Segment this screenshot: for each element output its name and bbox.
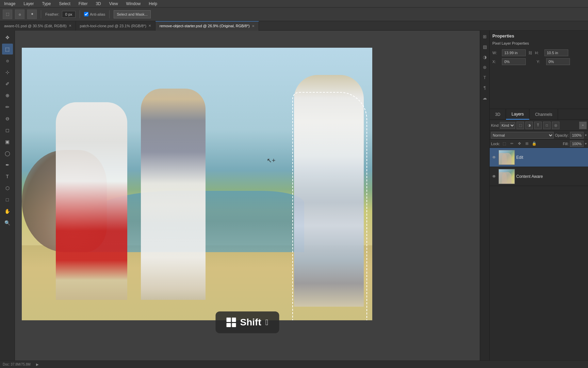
tool-lasso[interactable]: ⌾ [2,55,13,66]
tab-1[interactable]: aware-01.psd @ 30.5% (Edit, RGB/8) ✕ [0,21,76,31]
layer-thumb-person2-ca [502,172,511,184]
layer-add-btn[interactable]: + [579,122,587,129]
layer-text-btn[interactable]: T [534,122,542,129]
layer-item-edit[interactable]: 👁 Edit [490,148,588,167]
tab-layers[interactable]: Layers [506,109,529,120]
layer-shape-btn[interactable]: □ [543,122,551,129]
layers-toolbar: Kind Kind ⬚ ◑ T □ ◎ + [490,120,588,131]
menu-select[interactable]: Select [58,1,71,7]
tool-shape[interactable]: □ [2,194,13,205]
tab-1-close[interactable]: ✕ [69,24,71,28]
layer-eye-edit[interactable]: 👁 [491,154,497,160]
x-label: X: [492,60,499,64]
tool-healing[interactable]: ⊕ [2,90,13,101]
toolbar-sep1 [41,10,41,18]
expand-btn[interactable]: ▶ [36,363,39,366]
shift-key-label: Shift [240,317,261,328]
panel-icon-histogram[interactable]: ▨ [480,42,489,51]
panel-icon-type[interactable]: T [480,73,489,82]
layer-pixel-btn[interactable]: ⬚ [517,122,524,129]
fill-label: Fill: [563,142,569,146]
lock-transparent-btn[interactable]: ⬚ [501,141,507,147]
y-value[interactable]: 0% [546,58,570,65]
properties-subtitle: Pixel Layer Properties [492,41,585,45]
layer-thumb-person2-edit [502,153,511,165]
tool-pen[interactable]: ✒ [2,159,13,170]
tool-text[interactable]: T [2,171,13,182]
tool-zoom[interactable]: 🔍 [2,217,13,228]
menu-help[interactable]: Help [147,1,159,7]
menu-layer[interactable]: Layer [22,1,35,7]
tool-crop[interactable]: ⊹ [2,67,13,78]
menu-3d[interactable]: 3D [94,1,102,7]
tool-selection[interactable]: ⬚ [2,44,13,55]
tool-move[interactable]: ✥ [2,32,13,43]
select-mask-button[interactable]: Select and Mask... [114,10,151,18]
tool-select-magic[interactable]: ✦ [27,10,37,19]
height-value[interactable]: 10.5 in [544,49,568,56]
tab-3d[interactable]: 3D [490,109,506,120]
layer-eye-content-aware[interactable]: 👁 [491,173,497,180]
tab-3-close[interactable]: ✕ [252,24,255,28]
properties-panel: Properties Pixel Layer Properties W: 13.… [490,31,588,109]
menu-filter[interactable]: Filter [77,1,89,7]
fill-value[interactable]: 100% [570,141,584,147]
feather-label: Feather: [45,12,59,16]
tool-gradient[interactable]: ▣ [2,136,13,147]
tab-2[interactable]: patch-tool-clone.psd @ 23.1% (RGB/8*) ✕ [76,21,156,31]
anti-alias-checkbox[interactable] [84,12,88,16]
opacity-dropdown-btn[interactable]: ▾ [585,133,587,137]
panel-icon-paragraph[interactable]: ¶ [480,83,489,92]
layer-thumb-edit [499,150,515,165]
lock-label: Lock: [491,142,500,146]
link-icon[interactable]: ⛓ [528,51,532,55]
left-tools: ✥ ⬚ ⌾ ⊹ ✐ ⊕ ✏ ⊖ ◻ ▣ ◯ ✒ T ⬡ □ ✋ 🔍 [0,31,15,361]
anti-alias-label[interactable]: Anti-alias [84,12,105,16]
tool-select-lasso[interactable]: ⌾ [15,10,24,19]
panel-icon-adjustments[interactable]: ◑ [480,52,489,61]
fill-dropdown-btn[interactable]: ▾ [585,142,587,145]
height-label: H: [535,51,542,55]
width-label: W: [492,51,499,55]
opacity-value[interactable]: 100% [570,132,584,139]
tool-eraser[interactable]: ◻ [2,125,13,136]
lock-pixels-btn[interactable]: ✏ [509,141,515,147]
tool-clone[interactable]: ⊖ [2,113,13,124]
tool-select-rect[interactable]: ⬚ [3,10,12,19]
lock-all-btn[interactable]: 🔒 [531,141,537,147]
main-area: ✥ ⬚ ⌾ ⊹ ✐ ⊕ ✏ ⊖ ◻ ▣ ◯ ✒ T ⬡ □ ✋ 🔍 [0,31,588,361]
menu-view[interactable]: View [108,1,119,7]
tab-channels[interactable]: Channels [529,109,558,120]
layer-adjustment-btn[interactable]: ◑ [525,122,533,129]
menu-type[interactable]: Type [40,1,52,7]
panel-icon-styles[interactable]: ⊛ [480,63,489,72]
blend-mode-dropdown[interactable]: Normal [491,132,554,139]
tool-eyedropper[interactable]: ✐ [2,78,13,89]
panel-icon-properties[interactable]: ⊞ [480,32,489,41]
width-value[interactable]: 13.99 in [502,49,526,56]
toolbar: ⬚ ⌾ ✦ Feather: Anti-alias Select and Mas… [0,7,588,21]
tab-2-close[interactable]: ✕ [148,24,151,28]
prop-row-xy: X: 0% Y: 0% [492,58,585,65]
tool-hand[interactable]: ✋ [2,206,13,217]
feather-input[interactable] [62,11,76,18]
layer-name-content-aware: Content Aware [516,174,587,179]
lock-position-btn[interactable]: ✥ [516,141,522,147]
tool-dodge[interactable]: ◯ [2,148,13,159]
tool-brush[interactable]: ✏ [2,102,13,112]
x-value[interactable]: 0% [502,58,526,65]
kind-dropdown[interactable]: Kind [500,122,515,129]
tool-path[interactable]: ⬡ [2,183,13,194]
lock-artboard-btn[interactable]: ⊞ [524,141,530,147]
tab-3[interactable]: remove-object-starter.psd @ 26.9% (Origi… [156,21,259,31]
menu-window[interactable]: Window [125,1,142,7]
layer-smart-btn[interactable]: ◎ [552,122,559,129]
menu-image[interactable]: Image [3,1,17,7]
panel-icon-libraries[interactable]: ☁ [480,93,489,102]
canvas-area[interactable]: ↖+ Shift  [15,31,480,361]
layer-item-content-aware[interactable]: 👁 Content Aware [490,167,588,186]
blend-row: Normal Opacity: 100% ▾ [490,131,588,140]
toolbar-sep2 [80,10,80,18]
layer-name-edit: Edit [516,155,587,160]
lock-row: Lock: ⬚ ✏ ✥ ⊞ 🔒 Fill: 100% ▾ [490,140,588,148]
